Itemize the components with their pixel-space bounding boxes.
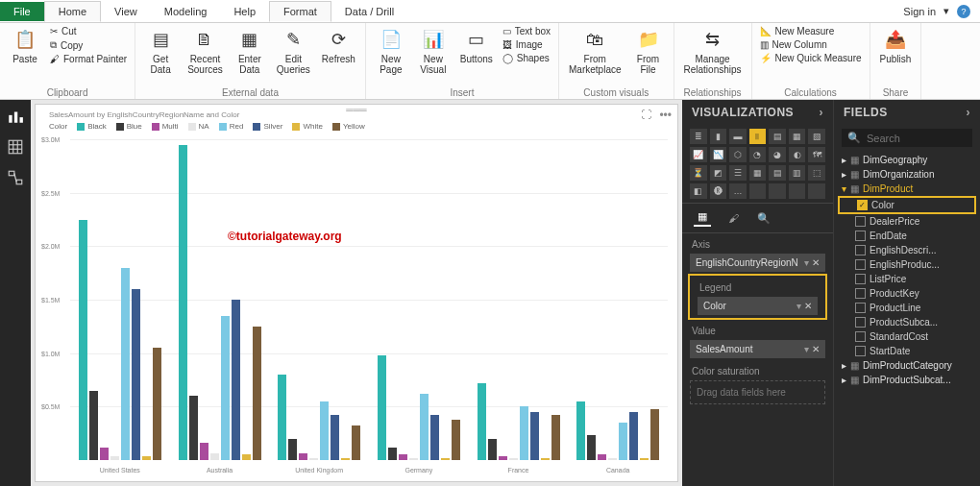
- bar[interactable]: [509, 458, 518, 460]
- viz-type-6[interactable]: ▧: [808, 129, 825, 144]
- viz-type-26[interactable]: [789, 183, 806, 199]
- viz-type-24[interactable]: [749, 183, 767, 199]
- tab-data-drill[interactable]: Data / Drill: [331, 2, 407, 21]
- tab-view[interactable]: View: [101, 2, 151, 21]
- bar[interactable]: [576, 401, 585, 460]
- viz-type-23[interactable]: …: [729, 183, 747, 199]
- field-EndDate[interactable]: EndDate: [834, 229, 980, 243]
- value-field-pill[interactable]: SalesAmount▾ ✕: [690, 340, 825, 358]
- remove-value-icon[interactable]: ✕: [812, 344, 820, 354]
- viz-type-12[interactable]: ◐: [789, 147, 806, 162]
- bar[interactable]: [110, 456, 119, 460]
- new-column-button[interactable]: ▥New Column: [758, 38, 864, 51]
- bar[interactable]: [153, 348, 161, 460]
- format-painter-button[interactable]: 🖌Format Painter: [48, 53, 129, 65]
- viz-type-4[interactable]: ▤: [769, 129, 786, 144]
- checkbox-icon[interactable]: [855, 317, 866, 328]
- table-DimOrganization[interactable]: ▸▦DimOrganization: [834, 167, 980, 182]
- buttons-button[interactable]: ▭Buttons: [456, 25, 497, 66]
- bar[interactable]: [341, 458, 350, 460]
- bar[interactable]: [441, 458, 450, 460]
- checkbox-icon[interactable]: [855, 216, 866, 227]
- bar[interactable]: [650, 409, 659, 460]
- bar[interactable]: [200, 443, 208, 460]
- bar[interactable]: [79, 220, 87, 461]
- checkbox-icon[interactable]: [855, 288, 866, 299]
- format-tab[interactable]: 🖌: [724, 209, 742, 227]
- report-canvas[interactable]: ═══ ⛶ ••• SalesAmount by EnglishCountryR…: [35, 104, 678, 482]
- new-measure-button[interactable]: 📐New Measure: [758, 25, 864, 37]
- field-ProductSubca...[interactable]: ProductSubca...: [834, 315, 980, 329]
- bar[interactable]: [288, 439, 297, 460]
- bar[interactable]: [299, 453, 307, 460]
- checkbox-icon[interactable]: [855, 231, 866, 241]
- table-DimGeography[interactable]: ▸▦DimGeography: [834, 153, 980, 167]
- field-StandardCost[interactable]: StandardCost: [834, 329, 980, 344]
- remove-legend-icon[interactable]: ✕: [804, 301, 812, 311]
- viz-type-21[interactable]: ◧: [690, 183, 707, 199]
- manage-relationships-button[interactable]: ⇆Manage Relationships: [680, 25, 746, 77]
- bar[interactable]: [100, 448, 109, 460]
- field-Color[interactable]: ✓Color: [838, 196, 976, 214]
- help-icon[interactable]: ?: [957, 5, 970, 18]
- field-EnglishProduc...[interactable]: EnglishProduc...: [834, 257, 980, 272]
- bar[interactable]: [179, 145, 187, 460]
- model-view-icon[interactable]: [7, 169, 24, 186]
- bar[interactable]: [488, 439, 497, 460]
- textbox-button[interactable]: ▭Text box: [501, 25, 552, 37]
- tab-file[interactable]: File: [0, 2, 44, 21]
- bar[interactable]: [530, 412, 539, 460]
- field-StartDate[interactable]: StartDate: [834, 344, 980, 358]
- viz-type-17[interactable]: ▦: [749, 165, 767, 181]
- sign-in-link[interactable]: Sign in: [903, 6, 936, 17]
- viz-type-9[interactable]: ⬡: [729, 147, 747, 162]
- from-marketplace-button[interactable]: 🛍From Marketplace: [565, 25, 625, 77]
- viz-type-0[interactable]: ≣: [690, 129, 707, 144]
- viz-type-11[interactable]: ◕: [769, 147, 786, 162]
- bar[interactable]: [640, 458, 649, 460]
- field-EnglishDescri...[interactable]: EnglishDescri...: [834, 243, 980, 257]
- axis-field-pill[interactable]: EnglishCountryRegionN▾ ✕: [690, 254, 825, 272]
- report-view-icon[interactable]: [7, 108, 24, 125]
- bar[interactable]: [278, 375, 286, 460]
- bar[interactable]: [520, 406, 528, 460]
- bar[interactable]: [388, 448, 397, 460]
- viz-type-8[interactable]: 📉: [710, 147, 727, 162]
- field-ProductKey[interactable]: ProductKey: [834, 286, 980, 301]
- analytics-tab[interactable]: 🔍: [755, 209, 772, 227]
- bar[interactable]: [499, 456, 507, 460]
- checkbox-icon[interactable]: [855, 303, 866, 313]
- bar[interactable]: [478, 383, 486, 460]
- bar[interactable]: [121, 268, 130, 460]
- tab-modeling[interactable]: Modeling: [151, 2, 221, 21]
- bar[interactable]: [309, 458, 318, 460]
- bar[interactable]: [608, 458, 617, 460]
- viz-type-5[interactable]: ▦: [789, 129, 806, 144]
- publish-button[interactable]: 📤Publish: [876, 25, 916, 66]
- table-DimProductSubcat...[interactable]: ▸▦DimProductSubcat...: [834, 373, 980, 387]
- fields-header[interactable]: FIELDS›: [834, 100, 980, 125]
- focus-mode-icon[interactable]: ⛶: [641, 109, 654, 122]
- search-input[interactable]: [867, 133, 967, 144]
- data-view-icon[interactable]: [7, 138, 24, 156]
- bar[interactable]: [132, 289, 140, 460]
- remove-axis-icon[interactable]: ✕: [812, 257, 820, 268]
- viz-type-19[interactable]: ▥: [789, 165, 806, 181]
- paste-button[interactable]: 📋Paste: [6, 25, 44, 66]
- bar[interactable]: [420, 394, 429, 460]
- bar[interactable]: [452, 420, 460, 460]
- enter-data-button[interactable]: ▦Enter Data: [231, 25, 269, 77]
- saturation-dropzone[interactable]: Drag data fields here: [690, 380, 825, 404]
- bar[interactable]: [430, 415, 439, 460]
- bar[interactable]: [399, 454, 407, 460]
- bar[interactable]: [378, 355, 386, 460]
- checkbox-icon[interactable]: [855, 274, 866, 284]
- table-DimProduct[interactable]: ▾▦DimProduct: [834, 182, 980, 196]
- image-button[interactable]: 🖼Image: [501, 38, 552, 51]
- recent-sources-button[interactable]: 🗎Recent Sources: [184, 25, 227, 77]
- checkbox-icon[interactable]: ✓: [857, 200, 868, 210]
- bar[interactable]: [551, 415, 560, 460]
- bar[interactable]: [232, 300, 240, 460]
- bar[interactable]: [598, 454, 606, 460]
- new-visual-button[interactable]: 📊New Visual: [414, 25, 453, 77]
